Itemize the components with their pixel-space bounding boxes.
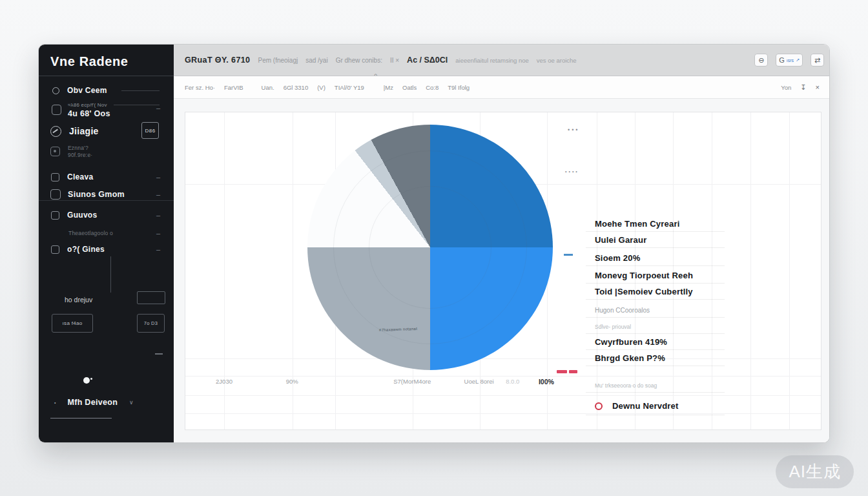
legend-row: Cwyrfburen 419% (586, 334, 725, 350)
swap-button[interactable]: ⇄ (811, 54, 824, 67)
ai-generated-watermark: AI生成 (776, 455, 854, 488)
pie-chart[interactable] (307, 125, 553, 370)
sidebar-item-label: Obv Ceem (67, 86, 107, 95)
square-icon (51, 211, 59, 220)
sidebar-item-subtext: Eznna'? (68, 145, 92, 151)
legend-row: Bhrgd Gken P?% (586, 350, 725, 366)
history-button[interactable]: ⊖ (754, 54, 768, 67)
legend-row: Hugon CCooroalos (586, 300, 725, 318)
toolbar-path-label: Ac / SΔ0Cl (407, 56, 448, 65)
sidebar-item-4u68[interactable]: ≈λ86 ecp/f'( Nov 4u 68' Oos – (39, 100, 174, 119)
chevron-down-icon: ∨ (129, 399, 134, 406)
ellipsis-dots-icon: ••• (568, 127, 579, 133)
gridline (185, 395, 821, 396)
sidebar-item-eznna[interactable]: Eznna'? 90f.9re:e· (39, 143, 174, 160)
menu-item[interactable]: T9l Ifolg (448, 84, 470, 91)
divider (114, 105, 160, 105)
top-toolbar: GRuaT ΘY. 6710 Pem (fneoiagj sad /yai Gr… (174, 45, 829, 76)
sidebar-item-label: Siunos Gmom (68, 190, 125, 199)
bullet-icon: • (54, 400, 56, 405)
menu-item[interactable]: Fer sz. Ho· (185, 84, 215, 91)
toolbar-item[interactable]: sad /yai (305, 57, 327, 64)
sidebar-item-label: Cleava (67, 172, 94, 181)
close-icon[interactable]: × (816, 83, 820, 91)
sidebar-item-gines[interactable]: o?( Gines – (39, 243, 174, 255)
axis-tick-label: 90% (286, 378, 298, 385)
sidebar-item-cleava[interactable]: Cleava – (39, 171, 174, 183)
axis-tick-label: I00% (539, 378, 554, 386)
red-dash-marker (557, 370, 567, 373)
sidebar-footer-button-left[interactable]: ısa f4ao (52, 314, 93, 333)
menu-item[interactable]: FarVIB (224, 84, 243, 91)
sidebar-item-theaeot[interactable]: Theaeotlagoolo o – (39, 229, 174, 238)
content-area: #7haxawem notanat ••• •••• Moehe Tmen Cy… (174, 99, 829, 442)
menu-item[interactable]: Oatls (402, 84, 417, 91)
axis-tick-label: 8.0.0 (506, 378, 519, 385)
dash-indicator: – (156, 211, 160, 219)
dash-indicator: – (156, 245, 160, 253)
menu-item[interactable]: TIAl/0' Y19 (335, 84, 364, 91)
toolbar-subtext: aieeenfiaitul retamsing noe (455, 57, 529, 64)
caret-up-icon: ^ (374, 72, 377, 78)
legend-row: Toid |Semoiev Cubertlly (586, 284, 725, 300)
square-icon (52, 105, 61, 115)
view-label[interactable]: Yon (781, 84, 791, 91)
legend-row (586, 366, 725, 377)
app-window: Vne Radene Obv Ceem ≈λ86 ecp/f'( Nov 4u … (38, 44, 830, 443)
sidebar-footer-button-right[interactable]: 7o D3 (137, 314, 165, 333)
tree-connector-line (110, 256, 111, 293)
red-dash-marker (569, 370, 577, 373)
divider (50, 418, 112, 418)
toolbar-item[interactable]: Pem (fneoiagj (258, 57, 298, 64)
menu-item[interactable]: 6Gl 3310 (284, 84, 309, 91)
secondary-toolbar: ^ Fer sz. Ho· FarVIB Uan. 6Gl 3310 (V) T… (174, 76, 829, 99)
account-label: Mfh Deiveon (67, 398, 118, 407)
sidebar-item-subtext: ≈λ86 ecp/f'( Nov (68, 102, 107, 108)
gridline (185, 413, 821, 414)
axis-tick-label: UoeL 8orei (464, 378, 494, 385)
square-icon (50, 189, 61, 200)
sidebar-item-label: Theaeotlagoolo o (68, 230, 113, 236)
legend: Moehe Tmen Cyreari Uulei Garaur Sioem 20… (586, 216, 725, 415)
legend-row: Dewnu Nervdret (586, 398, 725, 415)
sidebar-item-guuvos[interactable]: Guuvos – (39, 209, 174, 221)
menu-item[interactable]: Uan. (262, 84, 274, 91)
axis-tick-label: S7(MorM4ore (393, 378, 431, 385)
download-icon[interactable]: ↧ (800, 83, 806, 92)
sidebar-item-jiiagie[interactable]: Jiiagie D86 (39, 122, 174, 140)
external-link-icon: ↗ (796, 57, 800, 63)
account-menu[interactable]: • Mfh Deiveon ∨ (39, 397, 174, 408)
ellipsis-dots-icon: •••• (565, 169, 579, 174)
square-icon (51, 245, 59, 254)
sidebar-item-label: Guuvos (67, 211, 97, 220)
link-label: ısrs (787, 58, 794, 63)
sidebar-item-label: Jiiagie (69, 126, 99, 136)
status-dot-icon (83, 377, 90, 384)
menu-item[interactable]: (V) (317, 84, 326, 91)
square-dot-icon (50, 147, 60, 156)
gridline (750, 112, 751, 429)
menu-item[interactable]: |Mz (384, 84, 393, 91)
legend-row: Moehe Tmen Cyreari (586, 216, 725, 232)
toolbar-item[interactable]: II × (390, 57, 399, 64)
dash-indicator (155, 353, 163, 355)
menu-item[interactable]: Co:8 (426, 84, 439, 91)
dash-indicator: – (156, 191, 160, 198)
sidebar: Vne Radene Obv Ceem ≈λ86 ecp/f'( Nov 4u … (39, 45, 174, 442)
badge: D86 (141, 122, 159, 139)
circle-icon (52, 87, 59, 94)
share-button[interactable]: G ısrs ↗ (776, 54, 803, 67)
dash-indicator: – (156, 229, 160, 237)
red-circle-icon (595, 402, 603, 410)
legend-row: Uulei Garaur (586, 232, 725, 248)
sidebar-item-siunos[interactable]: Siunos Gmom – (39, 188, 174, 201)
main-area: GRuaT ΘY. 6710 Pem (fneoiagj sad /yai Gr… (174, 45, 829, 442)
dash-indicator: – (156, 104, 160, 112)
legend-row: Mu' trkseeoora·o do soag (586, 377, 725, 393)
toolbar-item[interactable]: Gr dhew conibs: (336, 57, 382, 64)
empty-field-box[interactable] (137, 291, 165, 304)
sidebar-item-obv-ceem[interactable]: Obv Ceem (39, 85, 174, 96)
clock-icon: ⊖ (758, 56, 764, 65)
dash-indicator: – (156, 173, 160, 181)
divider (121, 90, 160, 91)
